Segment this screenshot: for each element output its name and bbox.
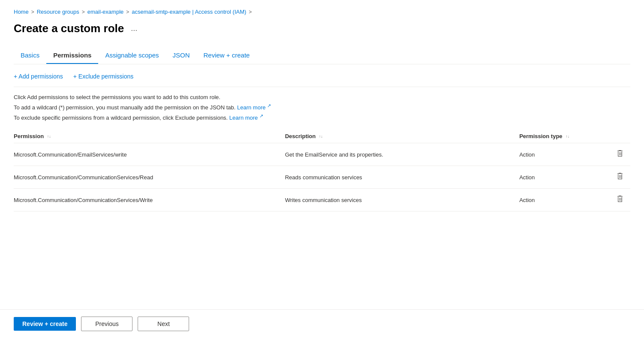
svg-rect-16: [618, 197, 618, 202]
sort-icon-permission[interactable]: ↑↓: [47, 135, 51, 139]
svg-rect-8: [619, 173, 621, 174]
action-row: + Add permissions + Exclude permissions: [14, 73, 630, 80]
breadcrumb-iam[interactable]: acsemail-smtp-example | Access control (…: [132, 9, 246, 15]
external-icon-1: ↗: [267, 103, 271, 108]
sort-icon-type[interactable]: ↑↓: [566, 135, 569, 139]
breadcrumb-resource-groups[interactable]: Resource groups: [37, 9, 79, 15]
delete-row-button[interactable]: [615, 194, 625, 206]
type-cell: Action: [519, 166, 605, 189]
type-cell: Action: [519, 189, 605, 211]
permission-cell: Microsoft.Communication/CommunicationSer…: [14, 166, 285, 189]
type-cell: Action: [519, 143, 605, 166]
add-permissions-button[interactable]: + Add permissions: [14, 73, 63, 80]
external-icon-2: ↗: [259, 113, 263, 118]
table-row: Microsoft.Communication/CommunicationSer…: [14, 166, 630, 189]
breadcrumb-sep-2: >: [82, 9, 85, 15]
svg-rect-19: [619, 198, 620, 201]
svg-rect-2: [618, 151, 618, 156]
tab-bar: Basics Permissions Assignable scopes JSO…: [14, 47, 630, 64]
svg-rect-4: [618, 156, 622, 157]
svg-rect-20: [620, 198, 621, 201]
svg-rect-15: [619, 196, 621, 196]
breadcrumb-sep-4: >: [249, 9, 252, 15]
delete-row-button[interactable]: [615, 171, 625, 183]
info-line-3: To exclude specific permissions from a w…: [14, 112, 630, 123]
info-line-1: Click Add permissions to select the perm…: [14, 93, 630, 102]
delete-cell: [605, 166, 630, 189]
info-text: Click Add permissions to select the perm…: [14, 87, 630, 123]
description-cell: Reads communication services: [285, 166, 519, 189]
page-title: Create a custom role: [14, 22, 124, 35]
table-row: Microsoft.Communication/CommunicationSer…: [14, 189, 630, 211]
col-header-permission: Permission ↑↓: [14, 130, 285, 143]
info-line-2: To add a wildcard (*) permission, you mu…: [14, 102, 630, 112]
tab-assignable-scopes[interactable]: Assignable scopes: [98, 47, 166, 64]
svg-rect-1: [619, 150, 621, 151]
tab-review-create[interactable]: Review + create: [197, 47, 257, 64]
footer: Review + create Previous Next: [0, 309, 644, 338]
content-area: + Add permissions + Exclude permissions …: [14, 64, 630, 211]
svg-rect-13: [620, 175, 621, 178]
delete-cell: [605, 143, 630, 166]
exclude-permissions-button[interactable]: + Exclude permissions: [73, 73, 133, 80]
tab-basics[interactable]: Basics: [14, 47, 46, 64]
next-button[interactable]: Next: [138, 317, 189, 331]
description-cell: Writes communication services: [285, 189, 519, 211]
permission-cell: Microsoft.Communication/CommunicationSer…: [14, 189, 285, 211]
previous-button[interactable]: Previous: [81, 317, 132, 331]
svg-rect-11: [618, 179, 622, 179]
learn-more-json-link[interactable]: Learn more ↗: [237, 104, 271, 111]
ellipsis-button[interactable]: ...: [128, 23, 140, 34]
delete-row-button[interactable]: [615, 148, 625, 160]
svg-rect-5: [619, 152, 620, 155]
sort-icon-description[interactable]: ↑↓: [319, 135, 323, 139]
svg-rect-17: [622, 197, 622, 202]
breadcrumb-email-example[interactable]: email-example: [87, 9, 124, 15]
col-header-type: Permission type ↑↓: [519, 130, 605, 143]
svg-rect-10: [622, 174, 622, 179]
col-header-description: Description ↑↓: [285, 130, 519, 143]
learn-more-exclude-link[interactable]: Learn more ↗: [229, 115, 263, 121]
table-row: Microsoft.Communication/EmailServices/wr…: [14, 143, 630, 166]
breadcrumb-sep-1: >: [31, 9, 34, 15]
svg-rect-9: [618, 174, 618, 179]
svg-rect-3: [622, 151, 622, 156]
permission-cell: Microsoft.Communication/EmailServices/wr…: [14, 143, 285, 166]
tab-json[interactable]: JSON: [166, 47, 196, 64]
svg-rect-18: [618, 202, 622, 202]
svg-rect-12: [619, 175, 620, 178]
breadcrumb-home[interactable]: Home: [14, 9, 29, 15]
tab-permissions[interactable]: Permissions: [46, 47, 98, 64]
svg-rect-6: [620, 152, 621, 155]
col-header-action: [605, 130, 630, 143]
breadcrumb-sep-3: >: [126, 9, 129, 15]
description-cell: Get the EmailService and its properties.: [285, 143, 519, 166]
review-create-button[interactable]: Review + create: [14, 317, 76, 331]
permissions-table: Permission ↑↓ Description ↑↓ Permission …: [14, 130, 630, 211]
delete-cell: [605, 189, 630, 211]
breadcrumb: Home > Resource groups > email-example >…: [14, 9, 630, 15]
